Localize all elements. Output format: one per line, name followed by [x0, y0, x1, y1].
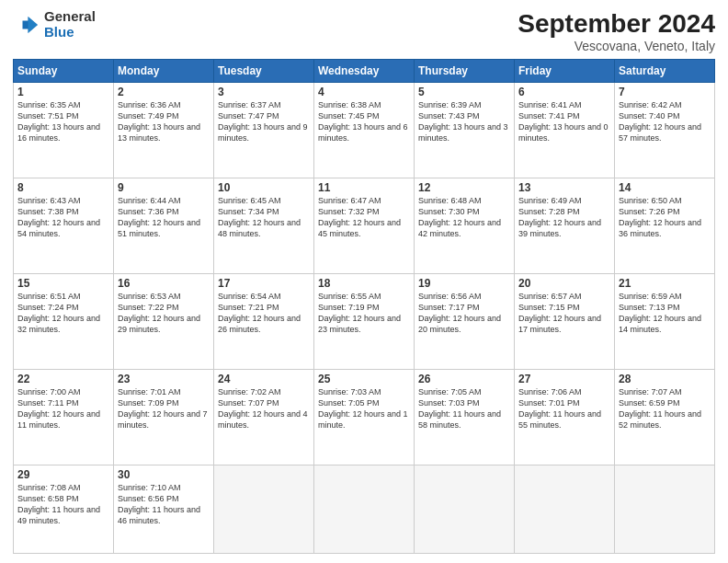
- logo-blue: Blue: [44, 25, 96, 40]
- day-info: Sunrise: 7:10 AM Sunset: 6:56 PM Dayligh…: [118, 482, 210, 527]
- day-info: Sunrise: 6:57 AM Sunset: 7:15 PM Dayligh…: [518, 291, 610, 336]
- day-info: Sunrise: 7:02 AM Sunset: 7:07 PM Dayligh…: [218, 386, 310, 431]
- table-row: 25Sunrise: 7:03 AM Sunset: 7:05 PM Dayli…: [314, 369, 415, 465]
- day-info: Sunrise: 6:45 AM Sunset: 7:34 PM Dayligh…: [218, 195, 310, 240]
- day-number: 14: [619, 181, 711, 194]
- col-sunday: Sunday: [14, 60, 114, 83]
- table-row: 27Sunrise: 7:06 AM Sunset: 7:01 PM Dayli…: [515, 369, 615, 465]
- day-info: Sunrise: 6:35 AM Sunset: 7:51 PM Dayligh…: [17, 99, 109, 144]
- header: General Blue September 2024 Vescovana, V…: [13, 9, 715, 53]
- day-info: Sunrise: 6:38 AM Sunset: 7:45 PM Dayligh…: [318, 99, 410, 144]
- col-monday: Monday: [114, 60, 214, 83]
- day-number: 1: [17, 86, 109, 98]
- day-info: Sunrise: 7:03 AM Sunset: 7:05 PM Dayligh…: [318, 386, 410, 431]
- table-row: 14Sunrise: 6:50 AM Sunset: 7:26 PM Dayli…: [615, 178, 715, 273]
- calendar: Sunday Monday Tuesday Wednesday Thursday…: [13, 59, 715, 554]
- day-info: Sunrise: 6:36 AM Sunset: 7:49 PM Dayligh…: [118, 99, 210, 144]
- title-location: Vescovana, Veneto, Italy: [518, 39, 715, 53]
- table-row: 6Sunrise: 6:41 AM Sunset: 7:41 PM Daylig…: [515, 83, 615, 178]
- title-month: September 2024: [518, 9, 715, 39]
- col-saturday: Saturday: [615, 60, 715, 83]
- day-number: 18: [318, 277, 410, 290]
- day-number: 26: [418, 373, 510, 385]
- day-number: 17: [218, 277, 310, 290]
- day-number: 19: [418, 277, 510, 290]
- table-row: 17Sunrise: 6:54 AM Sunset: 7:21 PM Dayli…: [214, 273, 314, 369]
- table-row: [515, 465, 615, 554]
- day-info: Sunrise: 6:43 AM Sunset: 7:38 PM Dayligh…: [17, 195, 109, 240]
- table-row: [615, 465, 715, 554]
- day-info: Sunrise: 6:47 AM Sunset: 7:32 PM Dayligh…: [318, 195, 410, 240]
- day-info: Sunrise: 7:06 AM Sunset: 7:01 PM Dayligh…: [518, 386, 610, 431]
- table-row: [214, 465, 314, 554]
- title-block: September 2024 Vescovana, Veneto, Italy: [518, 9, 715, 53]
- logo: General Blue: [13, 9, 96, 40]
- col-friday: Friday: [515, 60, 615, 83]
- day-number: 6: [518, 86, 610, 98]
- day-info: Sunrise: 7:00 AM Sunset: 7:11 PM Dayligh…: [17, 386, 109, 431]
- table-row: [415, 465, 515, 554]
- table-row: 1Sunrise: 6:35 AM Sunset: 7:51 PM Daylig…: [14, 83, 114, 178]
- day-number: 28: [619, 373, 711, 385]
- table-row: 7Sunrise: 6:42 AM Sunset: 7:40 PM Daylig…: [615, 83, 715, 178]
- table-row: 29Sunrise: 7:08 AM Sunset: 6:58 PM Dayli…: [14, 465, 114, 554]
- table-row: 16Sunrise: 6:53 AM Sunset: 7:22 PM Dayli…: [114, 273, 214, 369]
- table-row: 2Sunrise: 6:36 AM Sunset: 7:49 PM Daylig…: [114, 83, 214, 178]
- table-row: 26Sunrise: 7:05 AM Sunset: 7:03 PM Dayli…: [415, 369, 515, 465]
- table-row: [314, 465, 415, 554]
- day-info: Sunrise: 7:07 AM Sunset: 6:59 PM Dayligh…: [619, 386, 711, 431]
- page: General Blue September 2024 Vescovana, V…: [0, 0, 728, 563]
- day-number: 2: [118, 86, 210, 98]
- day-number: 12: [418, 181, 510, 194]
- day-number: 10: [218, 181, 310, 194]
- day-info: Sunrise: 6:49 AM Sunset: 7:28 PM Dayligh…: [518, 195, 610, 240]
- day-info: Sunrise: 6:51 AM Sunset: 7:24 PM Dayligh…: [17, 291, 109, 336]
- day-number: 27: [518, 373, 610, 385]
- day-info: Sunrise: 7:08 AM Sunset: 6:58 PM Dayligh…: [17, 482, 109, 527]
- day-number: 4: [318, 86, 410, 98]
- table-row: 28Sunrise: 7:07 AM Sunset: 6:59 PM Dayli…: [615, 369, 715, 465]
- logo-general: General: [44, 9, 96, 25]
- table-row: 19Sunrise: 6:56 AM Sunset: 7:17 PM Dayli…: [415, 273, 515, 369]
- day-number: 22: [17, 373, 109, 385]
- table-row: 13Sunrise: 6:49 AM Sunset: 7:28 PM Dayli…: [515, 178, 615, 273]
- table-row: 21Sunrise: 6:59 AM Sunset: 7:13 PM Dayli…: [615, 273, 715, 369]
- day-info: Sunrise: 6:54 AM Sunset: 7:21 PM Dayligh…: [218, 291, 310, 336]
- table-row: 15Sunrise: 6:51 AM Sunset: 7:24 PM Dayli…: [14, 273, 114, 369]
- col-tuesday: Tuesday: [214, 60, 314, 83]
- table-row: 9Sunrise: 6:44 AM Sunset: 7:36 PM Daylig…: [114, 178, 214, 273]
- day-number: 8: [17, 181, 109, 194]
- table-row: 5Sunrise: 6:39 AM Sunset: 7:43 PM Daylig…: [415, 83, 515, 178]
- day-number: 5: [418, 86, 510, 98]
- day-info: Sunrise: 6:39 AM Sunset: 7:43 PM Dayligh…: [418, 99, 510, 144]
- day-number: 3: [218, 86, 310, 98]
- day-number: 23: [118, 373, 210, 385]
- day-number: 16: [118, 277, 210, 290]
- day-info: Sunrise: 7:01 AM Sunset: 7:09 PM Dayligh…: [118, 386, 210, 431]
- day-info: Sunrise: 6:56 AM Sunset: 7:17 PM Dayligh…: [418, 291, 510, 336]
- table-row: 23Sunrise: 7:01 AM Sunset: 7:09 PM Dayli…: [114, 369, 214, 465]
- table-row: 30Sunrise: 7:10 AM Sunset: 6:56 PM Dayli…: [114, 465, 214, 554]
- day-number: 15: [17, 277, 109, 290]
- table-row: 4Sunrise: 6:38 AM Sunset: 7:45 PM Daylig…: [314, 83, 415, 178]
- day-number: 20: [518, 277, 610, 290]
- table-row: 8Sunrise: 6:43 AM Sunset: 7:38 PM Daylig…: [14, 178, 114, 273]
- day-info: Sunrise: 6:53 AM Sunset: 7:22 PM Dayligh…: [118, 291, 210, 336]
- svg-marker-1: [28, 17, 39, 33]
- day-info: Sunrise: 6:44 AM Sunset: 7:36 PM Dayligh…: [118, 195, 210, 240]
- table-row: 3Sunrise: 6:37 AM Sunset: 7:47 PM Daylig…: [214, 83, 314, 178]
- table-row: 10Sunrise: 6:45 AM Sunset: 7:34 PM Dayli…: [214, 178, 314, 273]
- day-number: 11: [318, 181, 410, 194]
- day-info: Sunrise: 6:42 AM Sunset: 7:40 PM Dayligh…: [619, 99, 711, 144]
- table-row: 24Sunrise: 7:02 AM Sunset: 7:07 PM Dayli…: [214, 369, 314, 465]
- day-number: 9: [118, 181, 210, 194]
- day-info: Sunrise: 7:05 AM Sunset: 7:03 PM Dayligh…: [418, 386, 510, 431]
- table-row: 11Sunrise: 6:47 AM Sunset: 7:32 PM Dayli…: [314, 178, 415, 273]
- day-number: 24: [218, 373, 310, 385]
- day-info: Sunrise: 6:37 AM Sunset: 7:47 PM Dayligh…: [218, 99, 310, 144]
- table-row: 20Sunrise: 6:57 AM Sunset: 7:15 PM Dayli…: [515, 273, 615, 369]
- day-number: 7: [619, 86, 711, 98]
- day-number: 13: [518, 181, 610, 194]
- table-row: 22Sunrise: 7:00 AM Sunset: 7:11 PM Dayli…: [14, 369, 114, 465]
- logo-text: General Blue: [44, 9, 96, 40]
